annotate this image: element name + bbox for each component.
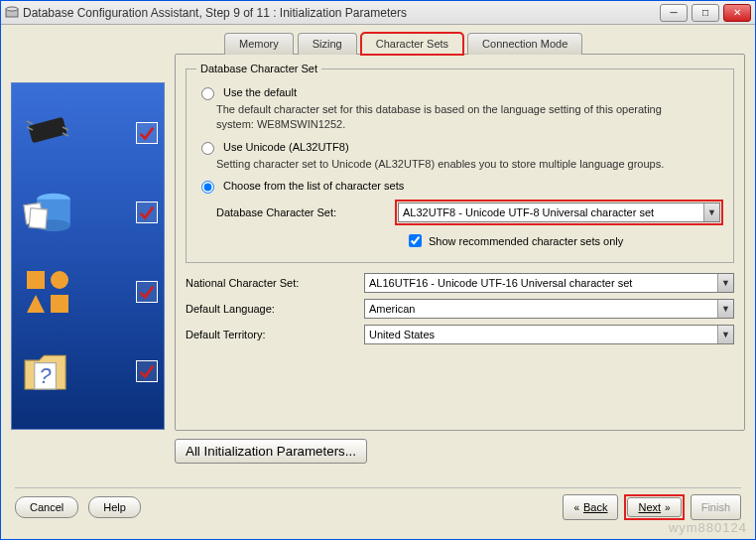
tab-panel: Database Character Set Use the default T… (175, 54, 745, 431)
tiles-icon (18, 262, 77, 322)
recommended-checkbox[interactable] (409, 234, 422, 247)
recommended-label: Show recommended character sets only (429, 235, 623, 247)
radio-choose-list[interactable] (201, 181, 214, 194)
svg-marker-14 (27, 295, 45, 313)
default-territory-label: Default Territory: (186, 329, 354, 340)
use-default-desc: The default character set for this datab… (216, 102, 683, 133)
default-language-value: American (369, 303, 415, 315)
chevron-right-icon: » (665, 502, 671, 513)
chevron-down-icon: ▼ (703, 203, 719, 221)
radio-use-default[interactable] (201, 87, 214, 100)
chip-icon (18, 103, 77, 163)
cancel-button[interactable]: Cancel (15, 496, 78, 518)
default-language-label: Default Language: (186, 303, 354, 315)
chevron-down-icon: ▼ (717, 300, 733, 318)
all-init-params-button[interactable]: All Initialization Parameters... (175, 439, 367, 464)
db-charset-combo[interactable]: AL32UTF8 - Unicode UTF-8 Universal chara… (398, 202, 720, 222)
close-button[interactable]: ✕ (723, 4, 751, 22)
svg-rect-15 (51, 295, 68, 313)
window-title: Database Configuration Assistant, Step 9… (23, 6, 660, 20)
db-charset-value: AL32UTF8 - Unicode UTF-8 Universal chara… (403, 206, 654, 218)
svg-point-1 (6, 7, 18, 11)
step-check-icon (136, 122, 158, 144)
radio-use-unicode[interactable] (201, 142, 214, 155)
wizard-sidebar: ? (11, 82, 165, 430)
question-folder-icon: ? (18, 341, 77, 401)
watermark: wym880124 (669, 520, 747, 535)
group-legend: Database Character Set (196, 63, 321, 74)
back-button[interactable]: « Back (563, 494, 618, 520)
db-charset-group: Database Character Set Use the default T… (186, 63, 734, 263)
tab-sizing[interactable]: Sizing (298, 33, 357, 55)
svg-rect-12 (27, 271, 45, 289)
national-charset-value: AL16UTF16 - Unicode UTF-16 Universal cha… (369, 277, 632, 289)
app-icon (5, 6, 19, 20)
radio-choose-list-label: Choose from the list of character sets (223, 180, 404, 192)
use-unicode-desc: Setting character set to Unicode (AL32UT… (216, 157, 683, 172)
step-check-icon (136, 360, 158, 382)
default-territory-combo[interactable]: United States ▼ (364, 325, 734, 344)
maximize-button[interactable]: □ (692, 4, 719, 22)
svg-text:?: ? (40, 363, 52, 388)
default-language-combo[interactable]: American ▼ (364, 299, 734, 319)
svg-point-13 (51, 271, 68, 289)
tab-connection-mode[interactable]: Connection Mode (467, 33, 582, 55)
minimize-button[interactable]: ─ (660, 4, 688, 22)
tab-character-sets[interactable]: Character Sets (361, 33, 463, 55)
help-button[interactable]: Help (88, 496, 141, 518)
default-territory-value: United States (369, 329, 435, 340)
svg-rect-11 (29, 208, 47, 229)
next-button[interactable]: Next » (627, 497, 681, 517)
step-check-icon (136, 281, 158, 303)
chevron-left-icon: « (573, 502, 579, 513)
radio-use-default-label: Use the default (223, 86, 297, 98)
svg-line-3 (27, 121, 33, 124)
db-charset-label: Database Character Set: (216, 206, 385, 218)
step-check-icon (136, 202, 158, 223)
chevron-down-icon: ▼ (717, 326, 733, 343)
national-charset-combo[interactable]: AL16UTF16 - Unicode UTF-16 Universal cha… (364, 273, 734, 293)
tab-memory[interactable]: Memory (224, 33, 294, 55)
finish-button: Finish (691, 494, 741, 520)
national-charset-label: National Character Set: (186, 277, 354, 289)
chevron-down-icon: ▼ (717, 274, 733, 292)
svg-rect-2 (28, 117, 66, 144)
database-icon (18, 183, 77, 242)
radio-use-unicode-label: Use Unicode (AL32UTF8) (223, 141, 349, 153)
titlebar: Database Configuration Assistant, Step 9… (1, 1, 755, 25)
